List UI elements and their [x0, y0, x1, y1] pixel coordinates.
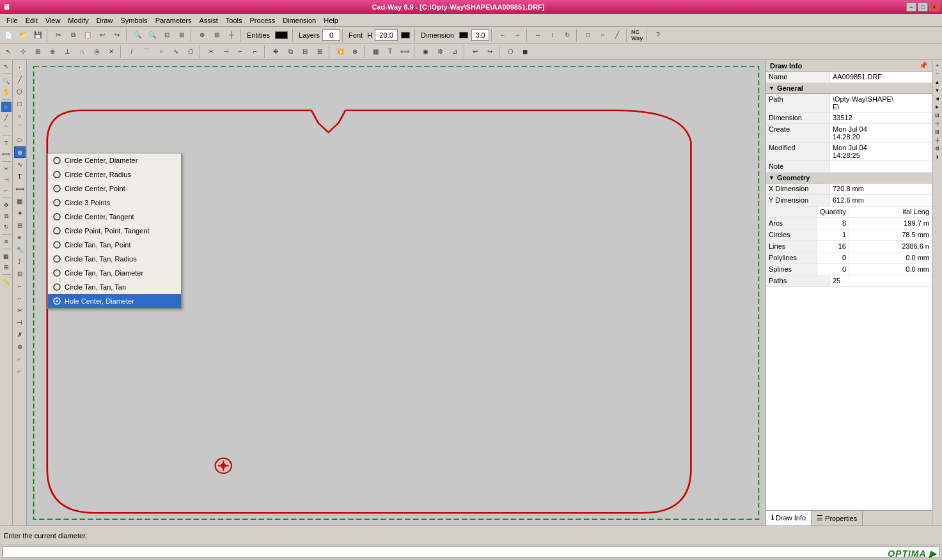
explode-btn[interactable]: 💥	[333, 45, 347, 59]
lt-select[interactable]: ↖	[1, 61, 12, 72]
lt-line[interactable]: ╱	[1, 113, 12, 123]
dd-item-5[interactable]: Circle Point, Point, Tangent	[48, 224, 181, 238]
lt-delete[interactable]: ✕	[1, 237, 12, 247]
dt-offset[interactable]: ⊟	[14, 268, 26, 279]
general-toggle[interactable]: ▼	[769, 85, 774, 91]
command-input[interactable]	[3, 547, 939, 558]
dt-chamfer2[interactable]: ⌐	[14, 365, 26, 377]
extend-btn[interactable]: ⊣	[219, 45, 233, 59]
dt-hatch[interactable]: ▦	[14, 195, 26, 206]
ortho-button[interactable]: ┼	[224, 28, 239, 42]
lt-hatch[interactable]: ▦	[1, 251, 12, 261]
lt-circle[interactable]: ○	[1, 102, 12, 112]
zoom-fit-button[interactable]: ⊡	[160, 28, 174, 42]
lt-trim[interactable]: ✂	[1, 164, 12, 174]
lt-copy[interactable]: ⧉	[1, 211, 12, 221]
render-btn[interactable]: ◼	[518, 45, 532, 59]
grid-button[interactable]: ⊞	[210, 28, 224, 42]
dt-path[interactable]: ⤴	[14, 256, 26, 267]
snap-center-btn[interactable]: ⊕	[45, 45, 59, 59]
draw-spline-btn[interactable]: ∿	[169, 45, 183, 59]
view3d-btn[interactable]: ⬡	[503, 45, 517, 59]
undo2-btn[interactable]: ↩	[468, 45, 482, 59]
zoom-in-button[interactable]: 🔍	[130, 28, 145, 42]
dt-ellipse[interactable]: ⬭	[14, 134, 26, 146]
menu-dimension[interactable]: Dimension	[279, 15, 320, 26]
menu-modify[interactable]: Modify	[64, 15, 92, 26]
dim-arrow-right[interactable]: →	[510, 28, 524, 42]
copy-button[interactable]: ⧉	[66, 28, 80, 42]
dt-circle[interactable]: ○	[14, 110, 26, 121]
dt-break[interactable]: ✗	[14, 329, 26, 340]
cut-button[interactable]: ✂	[51, 28, 65, 42]
nc-way-btn[interactable]: NC Way	[631, 28, 645, 42]
offset-btn[interactable]: ⊟	[298, 45, 312, 59]
snap-perpendicular-btn[interactable]: ⊥	[60, 45, 74, 59]
zoom-select-button[interactable]: ⊞	[175, 28, 189, 42]
lt-zoom[interactable]: 🔍	[1, 76, 12, 86]
dt-extend2[interactable]: ⊣	[14, 316, 26, 328]
lt-text[interactable]: T	[1, 138, 12, 148]
move-btn[interactable]: ✥	[269, 45, 283, 59]
dd-item-1[interactable]: Circle Center, Radius	[48, 167, 181, 182]
save-button[interactable]: 💾	[31, 28, 45, 42]
fr-zoom-in[interactable]: +	[934, 61, 941, 69]
lt-fillet[interactable]: ⌐	[1, 185, 12, 196]
maximize-button[interactable]: □	[918, 3, 928, 12]
fillet-btn[interactable]: ⌐	[233, 45, 247, 59]
dd-item-6[interactable]: Circle Tan, Tan, Point	[48, 238, 181, 252]
hatch-btn[interactable]: ▦	[368, 45, 382, 59]
dd-item-0[interactable]: Circle Center, Diameter	[48, 153, 181, 167]
lt-pan[interactable]: ✋	[1, 87, 12, 97]
circle-tool-dropdown[interactable]: Circle Center, DiameterCircle Center, Ra…	[47, 153, 182, 309]
fr-snap[interactable]: ⊹	[934, 120, 941, 127]
lt-rotate[interactable]: ↻	[1, 222, 12, 232]
dd-item-4[interactable]: Circle Center, Tangent	[48, 210, 181, 224]
dd-item-10[interactable]: Hole Center, Diameter	[48, 294, 181, 308]
menu-parameters[interactable]: Parameters	[152, 15, 196, 26]
fr-info[interactable]: ℹ	[934, 153, 941, 160]
rect-btn[interactable]: □	[581, 28, 595, 42]
join-btn[interactable]: ⊕	[348, 45, 362, 59]
open-button[interactable]: 📂	[16, 28, 30, 42]
array-btn[interactable]: ⊞	[313, 45, 327, 59]
dd-item-8[interactable]: Circle Tan, Tan, Diameter	[48, 266, 181, 280]
layers-input[interactable]	[322, 29, 340, 41]
undo-button[interactable]: ↩	[95, 28, 109, 42]
zoom-out-button[interactable]: 🔍	[145, 28, 159, 42]
fr-grid[interactable]: ⊞	[934, 128, 941, 136]
trim-btn[interactable]: ✂	[204, 45, 218, 59]
dt-line[interactable]: ╱	[14, 74, 26, 85]
dt-hole[interactable]: ⊕	[14, 146, 26, 158]
line-btn[interactable]: ╱	[610, 28, 624, 42]
lt-extend[interactable]: ⊣	[1, 175, 12, 185]
menu-edit[interactable]: Edit	[22, 15, 42, 26]
chamfer-btn[interactable]: ⌐	[248, 45, 262, 59]
menu-tools[interactable]: Tools	[222, 15, 246, 26]
pin-icon[interactable]: 📌	[919, 61, 928, 70]
dimension-value-input[interactable]	[471, 29, 489, 41]
menu-view[interactable]: View	[42, 15, 65, 26]
snap-intersection-btn[interactable]: ✕	[104, 45, 118, 59]
snap-midpoint-btn[interactable]: ⊞	[31, 45, 45, 59]
minimize-button[interactable]: −	[906, 3, 916, 12]
font-size-input[interactable]	[375, 29, 398, 41]
fr-prop[interactable]: ⚙	[934, 144, 941, 152]
entity-color-btn[interactable]	[272, 28, 290, 42]
copy-entities-btn[interactable]: ⧉	[283, 45, 297, 59]
fr-ortho[interactable]: ┼	[934, 136, 941, 144]
canvas-area[interactable]: Circle Center, DiameterCircle Center, Ra…	[27, 60, 765, 525]
mirror-v-btn[interactable]: ↕	[546, 28, 560, 42]
menu-symbols[interactable]: Symbols	[116, 15, 151, 26]
mirror-h-btn[interactable]: ↔	[531, 28, 545, 42]
dt-fillet2[interactable]: ⌐	[14, 353, 26, 364]
paste-button[interactable]: 📋	[81, 28, 95, 42]
snap-button[interactable]: ⊕	[195, 28, 209, 42]
dim-color-btn[interactable]	[457, 28, 471, 42]
dt-block[interactable]: ⊞	[14, 219, 26, 231]
menu-help[interactable]: Help	[320, 15, 342, 26]
tab-properties[interactable]: ☰ Properties	[812, 511, 863, 525]
dd-item-9[interactable]: Circle Tan, Tan, Tan	[48, 280, 181, 294]
select-btn[interactable]: ↖	[1, 45, 15, 59]
dt-point[interactable]: ·	[14, 61, 26, 73]
